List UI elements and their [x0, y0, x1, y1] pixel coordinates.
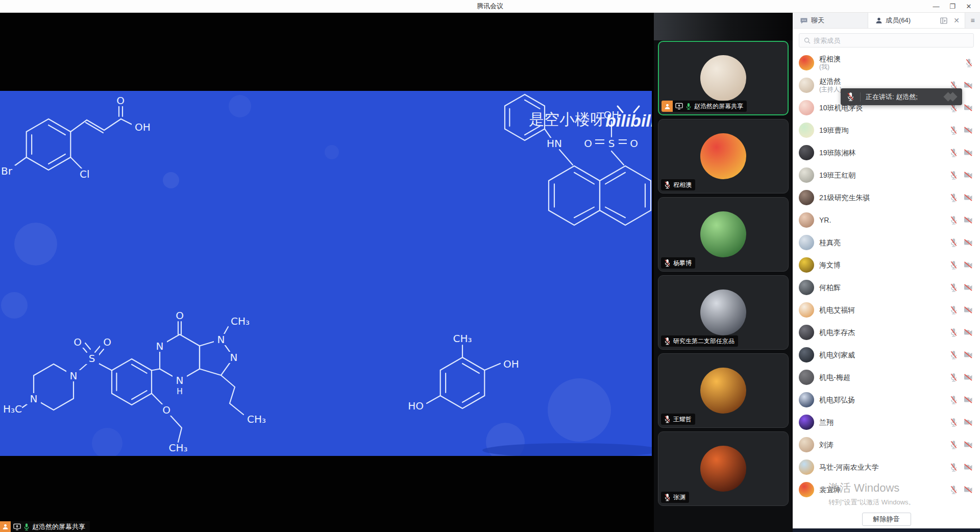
member-row[interactable]: 兰翔	[793, 411, 980, 433]
video-thumbnail[interactable]: 张渊	[658, 431, 789, 506]
member-row[interactable]: YR.	[793, 209, 980, 231]
member-camera-button[interactable]	[964, 419, 973, 426]
member-mic-button[interactable]	[950, 148, 958, 158]
tab-members[interactable]: 成员(64)	[868, 13, 940, 28]
member-row[interactable]: 裴宜坤	[793, 478, 980, 501]
member-camera-button[interactable]	[964, 172, 973, 179]
minimize-button[interactable]: —	[928, 3, 944, 10]
video-thumbnail[interactable]: 王耀哲	[658, 353, 789, 428]
member-camera-button[interactable]	[964, 374, 973, 381]
muted-mic-icon	[950, 440, 958, 450]
member-mic-button[interactable]	[950, 171, 958, 180]
panel-tab-bar: 聊天 成员(64) ✕ ≡	[793, 13, 980, 29]
member-row[interactable]: 刘涛	[793, 433, 980, 456]
member-camera-button[interactable]	[964, 464, 973, 471]
member-mic-button[interactable]	[950, 373, 958, 382]
member-camera-button[interactable]	[964, 216, 973, 224]
search-box[interactable]	[799, 33, 974, 47]
member-name: 机电郑弘扬	[819, 396, 855, 404]
member-list[interactable]: 程相澳 (我) 赵浩然 (主持人) 10班机电茅炎 19班曹珣 19班陈湘林	[793, 52, 980, 532]
member-mic-button[interactable]	[950, 395, 958, 405]
video-thumbnail[interactable]: 程相澳	[658, 119, 789, 194]
video-strip[interactable]: 赵浩然的屏幕共享 程相澳 杨攀博 研究生第二支部任京品 王耀哲 张渊	[654, 13, 793, 532]
member-camera-button[interactable]	[964, 194, 973, 201]
member-row[interactable]: 海文博	[793, 254, 980, 276]
camera-off-icon	[964, 284, 973, 291]
member-row[interactable]: 机电李存杰	[793, 321, 980, 344]
member-mic-button[interactable]	[950, 193, 958, 203]
svg-text:OH: OH	[135, 121, 151, 133]
window-title: 腾讯会议	[477, 2, 503, 11]
member-mic-button[interactable]	[950, 238, 958, 248]
tab-chat-label: 聊天	[811, 16, 824, 25]
member-camera-button[interactable]	[964, 127, 973, 134]
member-camera-button[interactable]	[964, 261, 973, 269]
member-mic-button[interactable]	[950, 215, 958, 225]
member-row[interactable]: 机电艾福轲	[793, 299, 980, 321]
member-row[interactable]: 何柏辉	[793, 276, 980, 299]
search-input[interactable]	[814, 37, 969, 44]
muted-mic-icon	[965, 58, 973, 68]
avatar	[700, 289, 746, 335]
thumbnail-label: 王耀哲	[661, 414, 695, 425]
member-row[interactable]: 21级研究生朱骐	[793, 186, 980, 209]
member-row[interactable]: 马壮-河南农业大学	[793, 456, 980, 478]
member-camera-button[interactable]	[964, 104, 973, 111]
thumbnail-label: 研究生第二支部任京品	[661, 335, 738, 347]
camera-off-icon	[964, 104, 973, 111]
member-row[interactable]: 程相澳 (我)	[793, 52, 980, 74]
member-camera-button[interactable]	[964, 351, 973, 358]
member-row[interactable]: 桂真亮	[793, 231, 980, 254]
svg-text:Br: Br	[1, 165, 13, 177]
member-mic-button[interactable]	[950, 305, 958, 315]
restore-button[interactable]: ❐	[944, 3, 961, 10]
member-name: 机电艾福轲	[819, 306, 855, 315]
avatar	[799, 482, 814, 497]
svg-text:H: H	[177, 386, 183, 396]
member-mic-button[interactable]	[965, 58, 973, 68]
popout-panel-icon[interactable]	[940, 17, 947, 24]
panel-menu-icon[interactable]: ≡	[965, 13, 980, 28]
video-thumbnail[interactable]: 研究生第二支部任京品	[658, 275, 789, 350]
camera-off-icon	[964, 172, 973, 179]
close-panel-icon[interactable]: ✕	[953, 16, 960, 25]
member-status-icons	[950, 463, 973, 472]
tab-chat[interactable]: 聊天	[793, 13, 868, 28]
member-camera-button[interactable]	[964, 329, 973, 336]
member-row[interactable]: 19班曹珣	[793, 119, 980, 141]
member-mic-button[interactable]	[950, 260, 958, 270]
member-panel: 聊天 成员(64) ✕ ≡	[793, 13, 980, 532]
member-mic-button[interactable]	[950, 440, 958, 450]
member-camera-button[interactable]	[964, 306, 973, 313]
member-mic-button[interactable]	[950, 350, 958, 360]
member-camera-button[interactable]	[964, 284, 973, 291]
member-row[interactable]: 机电-梅超	[793, 366, 980, 389]
member-camera-button[interactable]	[964, 441, 973, 448]
member-camera-button[interactable]	[964, 486, 973, 493]
member-mic-button[interactable]	[950, 485, 958, 495]
member-row[interactable]: 机电郑弘扬	[793, 389, 980, 411]
member-row[interactable]: 19班王红朝	[793, 164, 980, 186]
video-thumbnail[interactable]: 杨攀博	[658, 197, 789, 272]
member-mic-button[interactable]	[950, 328, 958, 337]
member-camera-button[interactable]	[964, 82, 973, 89]
member-mic-button[interactable]	[950, 418, 958, 427]
member-camera-button[interactable]	[964, 239, 973, 246]
member-text: 机电刘家威	[819, 351, 855, 359]
member-camera-button[interactable]	[964, 149, 973, 156]
avatar	[799, 190, 814, 205]
unmute-button[interactable]: 解除静音	[862, 513, 911, 526]
member-name: 何柏辉	[819, 283, 841, 292]
member-mic-button[interactable]	[950, 126, 958, 135]
member-row[interactable]: 19班陈湘林	[793, 141, 980, 164]
member-camera-button[interactable]	[964, 396, 973, 403]
video-thumbnail[interactable]: 赵浩然的屏幕共享	[658, 41, 789, 115]
member-row[interactable]: 机电刘家威	[793, 344, 980, 366]
svg-text:H₃C: H₃C	[3, 403, 22, 415]
sharing-label: 赵浩然的屏幕共享	[32, 522, 85, 531]
close-button[interactable]: ✕	[961, 3, 977, 10]
member-name: 马壮-河南农业大学	[819, 463, 879, 472]
member-mic-button[interactable]	[950, 463, 958, 472]
avatar	[799, 325, 814, 340]
member-mic-button[interactable]	[950, 283, 958, 293]
